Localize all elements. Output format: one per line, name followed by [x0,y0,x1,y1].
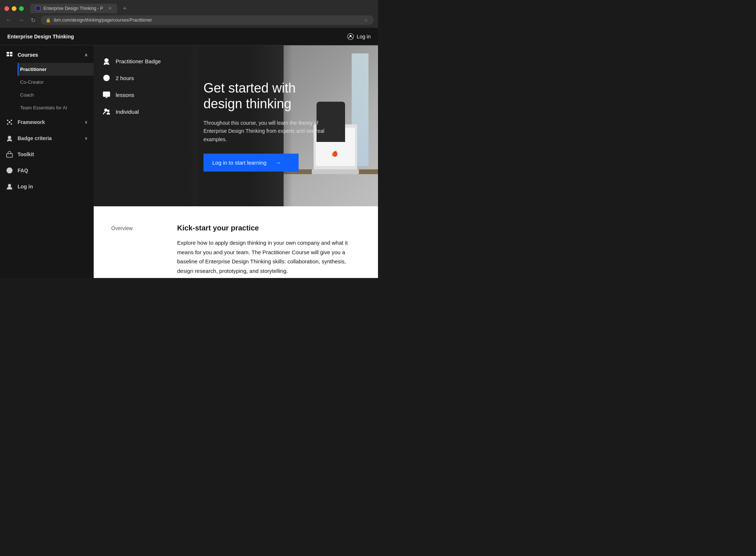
svg-point-6 [7,120,8,121]
close-window-button[interactable] [4,6,9,11]
bookmark-icon[interactable]: ☆ [364,17,368,23]
badge-criteria-label: Badge criteria [18,135,52,141]
svg-point-7 [11,120,12,121]
sidebar-item-courses[interactable]: Courses ∧ [0,47,94,63]
clock-icon [102,74,111,82]
maximize-window-button[interactable] [19,6,24,11]
faq-label: FAQ [18,168,28,173]
monitor-icon [102,91,111,99]
lock-icon: 🔒 [46,18,51,23]
co-creator-label: Co-Creator [20,79,44,85]
minimize-window-button[interactable] [12,6,16,11]
overview-title: Kick-start your practice [177,224,360,232]
badge-icon [102,57,111,65]
login-cta-button[interactable]: Log in to start learning → [203,154,299,172]
framework-label: Framework [18,119,45,125]
toolkit-icon [6,151,13,158]
sidebar-item-faq[interactable]: ? FAQ [0,162,94,179]
practitioner-label: Practitioner [20,67,46,72]
faq-icon: ? [6,167,13,174]
cta-arrow-icon: → [275,159,281,166]
hero-lessons-item: lessons [102,91,180,99]
svg-text:?: ? [8,168,11,173]
hero-hours-item: 2 hours [102,74,180,82]
hero-individual-item: Individual [102,108,180,116]
sidebar-item-badge-criteria[interactable]: Badge criteria ∨ [0,130,94,146]
coach-label: Coach [20,92,34,98]
badge-criteria-icon [6,135,13,142]
courses-label: Courses [18,52,38,58]
svg-point-10 [9,121,11,123]
framework-icon [6,119,13,126]
sidebar-item-toolkit[interactable]: Toolkit [0,146,94,162]
sidebar-item-coach[interactable]: Coach [18,89,94,101]
browser-tab[interactable]: Enterprise Design Thinking - P ✕ [30,4,117,13]
sidebar-item-practitioner[interactable]: Practitioner [18,63,94,76]
hero-badge-label: Practitioner Badge [116,58,161,64]
browser-window-controls [4,6,24,11]
svg-rect-3 [10,52,12,54]
tab-title: Enterprise Design Thinking - P [44,6,103,11]
address-bar[interactable]: 🔒 ibm.com/design/thinking/page/courses/P… [41,15,374,25]
svg-rect-18 [103,92,110,97]
hero-hours-label: 2 hours [116,75,134,81]
url-text: ibm.com/design/thinking/page/courses/Pra… [54,18,361,23]
hero-heading: Get started with design thinking [203,80,335,112]
sidebar-item-team-essentials[interactable]: Team Essentials for AI [18,101,94,114]
header-login-label: Log in [357,34,371,40]
new-tab-button[interactable]: + [123,5,127,12]
hero-main: 🍎 Get started with design thinking Throu… [189,45,378,206]
svg-point-20 [108,110,109,112]
content-area: Practitioner Badge 2 hours lessons [94,45,378,278]
main-layout: Courses ∧ Practitioner Co-Creator Coach … [0,45,378,278]
hero-badge-item: Practitioner Badge [102,57,180,65]
courses-submenu: Practitioner Co-Creator Coach Team Essen… [0,63,94,114]
svg-point-15 [8,184,11,187]
overview-label: Overview [111,224,155,275]
tab-favicon [35,6,41,11]
browser-titlebar: Enterprise Design Thinking - P ✕ + [0,0,378,13]
badge-criteria-expand-icon: ∨ [85,136,88,141]
svg-rect-12 [7,154,12,157]
sidebar: Courses ∧ Practitioner Co-Creator Coach … [0,45,94,278]
hero-text-content: Get started with design thinking Through… [203,80,335,172]
tab-close-button[interactable]: ✕ [108,6,112,11]
forward-button[interactable]: → [17,16,26,24]
toolkit-label: Toolkit [18,151,34,157]
sidebar-item-framework[interactable]: Framework ∨ [0,114,94,130]
sidebar-item-co-creator[interactable]: Co-Creator [18,76,94,89]
hero-individual-label: Individual [116,109,139,115]
individual-icon [102,108,111,116]
cta-label: Log in to start learning [212,159,266,166]
framework-expand-icon: ∨ [85,120,88,125]
back-button[interactable]: ← [4,16,13,24]
courses-expand-icon: ∧ [85,52,88,57]
svg-point-9 [11,123,12,125]
svg-point-11 [8,136,11,139]
svg-point-16 [105,59,108,62]
app-header: Enterprise Design Thinking Log in [0,28,378,45]
overview-content: Kick-start your practice Explore how to … [177,224,360,275]
overview-body: Explore how to apply design thinking in … [177,238,360,275]
refresh-button[interactable]: ↻ [29,16,37,25]
app-title: Enterprise Design Thinking [7,34,74,40]
sidebar-login-label: Log in [18,184,33,189]
application: Enterprise Design Thinking Log in Course… [0,28,378,278]
header-login-button[interactable]: Log in [347,33,371,40]
hero-subtext: Throughout this course, you will learn t… [203,119,335,143]
team-essentials-label: Team Essentials for AI [20,105,67,110]
svg-point-19 [105,109,107,112]
svg-rect-0 [36,7,40,10]
svg-rect-2 [7,52,9,54]
hero-info-panel: Practitioner Badge 2 hours lessons [94,45,189,206]
svg-rect-5 [10,55,12,56]
hero-lessons-label: lessons [116,92,134,98]
hero-section: Practitioner Badge 2 hours lessons [94,45,378,206]
browser-toolbar: ← → ↻ 🔒 ibm.com/design/thinking/page/cou… [0,13,378,28]
sidebar-item-login[interactable]: Log in [0,179,94,195]
sidebar-login-icon [6,183,13,190]
svg-point-8 [7,123,8,125]
courses-icon [6,51,13,59]
overview-section: Overview Kick-start your practice Explor… [94,206,378,278]
user-icon [347,33,354,40]
